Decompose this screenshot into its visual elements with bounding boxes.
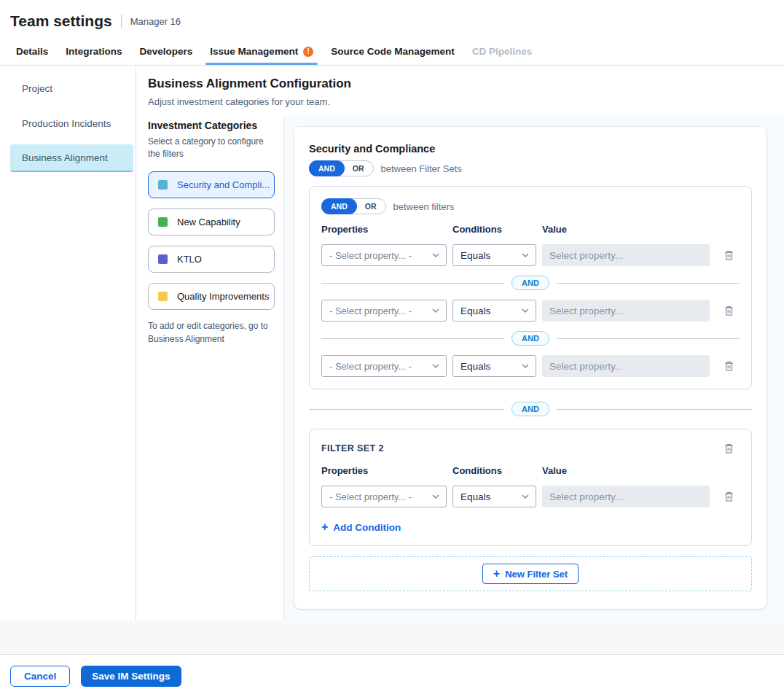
categories-note: To add or edit categories, go to Busines…	[148, 319, 275, 346]
category-color-swatch	[158, 180, 168, 190]
add-condition-button[interactable]: + Add Condition	[321, 521, 401, 533]
settings-tabbar: Details Integrations Developers Issue Ma…	[0, 39, 784, 66]
filters-and-or-toggle[interactable]: AND OR	[321, 198, 386, 214]
between-filters-label: between filters	[393, 201, 455, 212]
filter-config-area: Security and Compliance AND OR between F…	[284, 117, 784, 620]
category-security-and-compliance[interactable]: Security and Compli...	[148, 171, 275, 198]
value-input[interactable]	[542, 244, 710, 266]
condition-select[interactable]: Equals	[452, 300, 536, 322]
and-connector-between-sets: AND	[309, 402, 752, 416]
chevron-down-icon	[522, 364, 529, 368]
filter-config-panel: Security and Compliance AND OR between F…	[294, 127, 767, 609]
cancel-button[interactable]: Cancel	[10, 666, 70, 687]
categories-title: Investment Categories	[148, 120, 275, 131]
filter-set-2-title: FILTER SET 2	[321, 441, 384, 453]
delete-filter-button[interactable]	[722, 303, 736, 318]
and-connector: AND	[321, 276, 740, 290]
page-header: Team settings Manager 16	[0, 0, 784, 39]
settings-sidebar: Project Production Incidents Business Al…	[0, 66, 136, 620]
chevron-down-icon	[432, 253, 439, 257]
property-select[interactable]: - Select property... -	[321, 355, 447, 377]
value-input[interactable]	[542, 486, 710, 507]
category-new-capability[interactable]: New Capability	[148, 209, 275, 235]
sidebar-item-production-incidents[interactable]: Production Incidents	[10, 109, 133, 137]
chevron-down-icon	[432, 494, 439, 499]
plus-icon: +	[493, 568, 500, 580]
chevron-down-icon	[432, 364, 439, 368]
value-column-label: Value	[542, 224, 710, 235]
content-area: Project Production Incidents Business Al…	[0, 66, 784, 620]
filter-set-1-card: AND OR between filters Properties Condit…	[309, 186, 752, 389]
and-connector-pill: AND	[511, 402, 549, 416]
manager-label: Manager 16	[130, 16, 181, 27]
tab-developers[interactable]: Developers	[131, 39, 202, 65]
conditions-column-label: Conditions	[452, 224, 536, 235]
properties-column-label: Properties	[321, 224, 447, 235]
trash-icon	[724, 305, 734, 316]
bottom-spacer	[0, 620, 784, 655]
selected-category-title: Security and Compliance	[309, 143, 752, 155]
tab-integrations[interactable]: Integrations	[57, 39, 130, 65]
chevron-down-icon	[522, 494, 529, 499]
chevron-down-icon	[432, 308, 439, 313]
trash-icon	[724, 360, 734, 372]
conditions-column-label: Conditions	[452, 465, 536, 476]
filter-row: - Select property... - Equals	[321, 300, 740, 322]
filter-columns-header: Properties Conditions Value	[321, 224, 740, 235]
property-select[interactable]: - Select property... -	[321, 244, 447, 266]
chevron-down-icon	[522, 308, 529, 313]
toggle-or-option[interactable]: OR	[356, 199, 385, 214]
tab-issue-management[interactable]: Issue Management !	[201, 39, 322, 65]
filter-set-2-card: FILTER SET 2 Properties Conditions Value	[309, 429, 752, 546]
title-separator	[121, 15, 122, 28]
filter-row: - Select property... - Equals	[321, 244, 740, 266]
category-color-swatch	[158, 292, 168, 301]
filter-row: - Select property... - Equals	[321, 355, 740, 377]
investment-categories-panel: Investment Categories Select a category …	[136, 117, 284, 620]
filter-columns-header: Properties Conditions Value	[321, 465, 740, 476]
team-settings-page: Team settings Manager 16 Details Integra…	[0, 0, 784, 697]
delete-filter-button[interactable]	[722, 359, 736, 373]
category-ktlo[interactable]: KTLO	[148, 246, 275, 273]
condition-select[interactable]: Equals	[452, 244, 536, 266]
between-filter-sets-label: between Filter Sets	[381, 163, 462, 174]
condition-select[interactable]: Equals	[452, 486, 536, 507]
tab-source-code-management[interactable]: Source Code Management	[322, 39, 463, 65]
tab-details[interactable]: Details	[7, 39, 57, 65]
sidebar-item-project[interactable]: Project	[10, 74, 133, 102]
properties-column-label: Properties	[321, 465, 447, 476]
condition-select[interactable]: Equals	[452, 355, 536, 377]
value-column-label: Value	[542, 465, 710, 476]
and-connector: AND	[321, 331, 740, 346]
filter-row: - Select property... - Equals	[321, 486, 740, 507]
toggle-or-option[interactable]: OR	[344, 161, 373, 176]
save-im-settings-button[interactable]: Save IM Settings	[81, 666, 181, 687]
toggle-and-option[interactable]: AND	[321, 198, 357, 214]
delete-filter-set-button[interactable]	[722, 441, 736, 456]
section-title: Business Alignment Configuration	[148, 77, 772, 91]
new-filter-set-dropzone: + New Filter Set	[309, 556, 752, 591]
tab-cd-pipelines: CD Pipelines	[463, 39, 541, 65]
filter-sets-and-or-toggle[interactable]: AND OR	[309, 160, 374, 176]
chevron-down-icon	[522, 253, 529, 257]
trash-icon	[724, 443, 734, 454]
and-connector-pill: AND	[511, 276, 549, 290]
category-color-swatch	[158, 217, 168, 227]
trash-icon	[724, 249, 734, 261]
delete-filter-button[interactable]	[722, 489, 736, 504]
delete-filter-button[interactable]	[722, 248, 736, 262]
new-filter-set-button[interactable]: + New Filter Set	[482, 564, 579, 584]
category-quality-improvements[interactable]: Quality Improvements	[148, 283, 275, 310]
value-input[interactable]	[542, 355, 710, 377]
property-select[interactable]: - Select property... -	[321, 300, 447, 322]
footer-actions: Cancel Save IM Settings	[0, 655, 784, 697]
sidebar-item-business-alignment[interactable]: Business Alignment	[10, 144, 133, 172]
property-select[interactable]: - Select property... -	[321, 486, 447, 507]
value-input[interactable]	[542, 300, 710, 322]
section-subtitle: Adjust investment categories for your te…	[148, 96, 772, 107]
toggle-and-option[interactable]: AND	[309, 160, 345, 176]
warning-badge-icon: !	[303, 47, 313, 57]
categories-description: Select a category to configure the filte…	[148, 136, 275, 161]
section-header: Business Alignment Configuration Adjust …	[136, 66, 784, 117]
trash-icon	[724, 491, 734, 502]
